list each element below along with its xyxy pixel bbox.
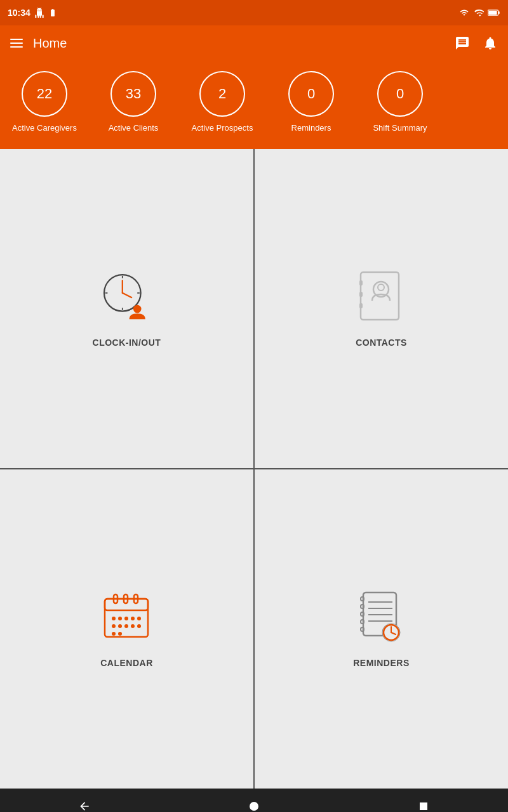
shift-summary-label: Shift Summary	[373, 123, 427, 134]
svg-point-22	[112, 617, 116, 620]
svg-rect-12	[359, 280, 363, 285]
bottom-nav	[0, 789, 508, 812]
svg-point-33	[118, 632, 122, 636]
svg-rect-11	[361, 272, 399, 320]
shift-summary-circle: 0	[377, 71, 423, 117]
main-grid: CLOCK-IN/OUT CONTACTS	[0, 149, 508, 789]
active-clients-circle: 33	[110, 71, 156, 117]
svg-point-48	[250, 802, 258, 811]
status-time: 10:34	[8, 8, 30, 18]
svg-point-16	[378, 284, 384, 291]
contacts-cell[interactable]: CONTACTS	[255, 149, 508, 468]
charging-icon	[48, 8, 57, 17]
status-bar-left: 10:34	[8, 8, 57, 18]
clock-person-icon	[98, 269, 156, 326]
summary-active-clients[interactable]: 33 Active Clients	[89, 71, 178, 134]
svg-point-25	[131, 617, 135, 620]
reminders-label: Reminders	[291, 123, 331, 134]
svg-rect-38	[361, 620, 364, 624]
message-icon[interactable]	[455, 36, 470, 51]
wifi-icon	[458, 8, 470, 17]
calendar-label: CALENDAR	[100, 658, 153, 668]
reminders-grid-label: REMINDERS	[353, 658, 410, 668]
reminders-circle: 0	[288, 71, 334, 117]
svg-point-10	[133, 305, 141, 313]
summary-active-prospects[interactable]: 2 Active Prospects	[178, 71, 267, 134]
svg-point-23	[118, 617, 122, 620]
svg-rect-35	[361, 597, 364, 601]
calendar-icon	[100, 589, 154, 646]
reminders-cell[interactable]: REMINDERS	[255, 469, 508, 789]
recents-button[interactable]	[404, 795, 443, 812]
svg-rect-1	[498, 11, 500, 14]
svg-point-30	[131, 624, 135, 628]
active-prospects-circle: 2	[199, 71, 245, 117]
svg-rect-36	[361, 605, 364, 608]
active-clients-label: Active Clients	[109, 123, 159, 134]
status-bar: 10:34	[0, 0, 508, 25]
summary-reminders[interactable]: 0 Reminders	[267, 71, 356, 134]
active-prospects-label: Active Prospects	[192, 123, 253, 134]
summary-active-caregivers[interactable]: 22 Active Caregivers	[0, 71, 89, 134]
svg-rect-13	[359, 292, 363, 297]
summary-strip: 22 Active Caregivers 33 Active Clients 2…	[0, 61, 508, 149]
svg-point-29	[124, 624, 128, 628]
svg-rect-14	[359, 303, 363, 308]
signal-icon	[474, 8, 484, 17]
svg-line-5	[122, 293, 131, 298]
clock-in-out-cell[interactable]: CLOCK-IN/OUT	[0, 149, 253, 468]
summary-shift-summary[interactable]: 0 Shift Summary	[356, 71, 444, 134]
svg-point-31	[137, 624, 141, 628]
menu-icon[interactable]	[10, 39, 23, 48]
contacts-label: CONTACTS	[356, 337, 407, 348]
app-bar-right	[455, 36, 498, 51]
app-title: Home	[33, 36, 67, 51]
svg-rect-49	[420, 802, 427, 810]
bell-icon[interactable]	[483, 36, 498, 51]
contacts-icon	[354, 269, 408, 326]
active-caregivers-circle: 22	[22, 71, 67, 117]
battery-icon	[488, 9, 500, 16]
svg-rect-18	[105, 599, 148, 610]
active-caregivers-label: Active Caregivers	[12, 123, 77, 134]
svg-rect-37	[361, 612, 364, 616]
svg-point-27	[112, 624, 116, 628]
svg-rect-2	[488, 11, 497, 15]
svg-point-32	[112, 632, 116, 636]
svg-point-28	[118, 624, 122, 628]
clock-in-out-label: CLOCK-IN/OUT	[93, 337, 161, 348]
status-bar-right	[458, 8, 500, 17]
svg-point-26	[137, 617, 141, 620]
reminders-icon	[354, 589, 408, 646]
android-icon	[34, 8, 44, 18]
svg-rect-39	[361, 627, 364, 631]
home-button[interactable]	[235, 795, 273, 812]
app-bar: Home	[0, 25, 508, 61]
calendar-cell[interactable]: CALENDAR	[0, 469, 253, 789]
svg-point-24	[124, 617, 128, 620]
back-button[interactable]	[65, 795, 104, 812]
app-bar-left: Home	[10, 36, 67, 51]
